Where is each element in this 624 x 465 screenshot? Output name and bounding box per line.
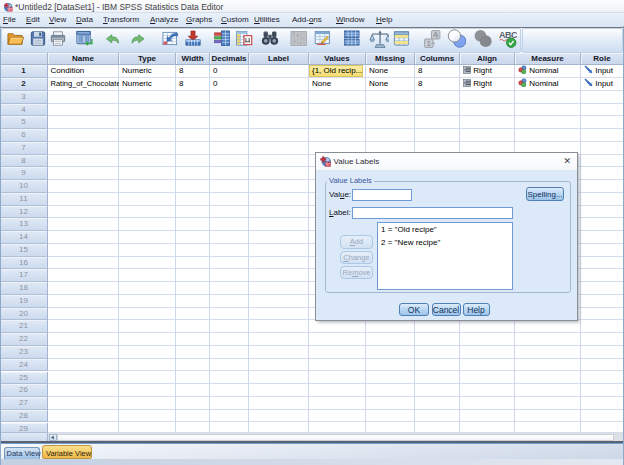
svg-text:ABC: ABC <box>499 30 517 40</box>
svg-text:A: A <box>433 30 439 39</box>
svg-text:1: 1 <box>426 39 431 48</box>
